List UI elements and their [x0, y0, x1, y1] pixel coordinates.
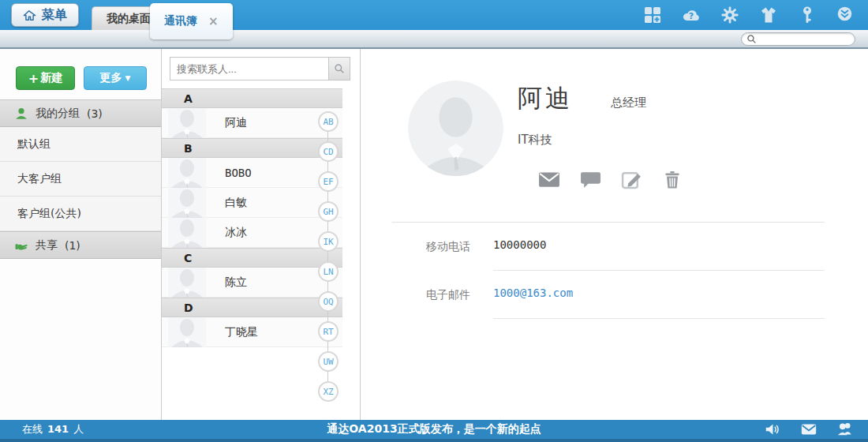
field-value[interactable]: 1000@163.com [493, 287, 825, 319]
alpha-index-UW[interactable]: UW [318, 351, 339, 372]
contact-row[interactable]: 白敏 [162, 188, 342, 218]
group-count: (3) [87, 107, 103, 120]
menu-button[interactable]: 菜单 [11, 3, 79, 27]
alpha-index-AB[interactable]: AB [318, 111, 339, 132]
group-label: 大客户组 [17, 172, 62, 186]
contact-row[interactable]: BOBO [162, 158, 342, 188]
global-search-box[interactable] [741, 32, 855, 46]
sidebar-group-header[interactable]: 我的分组(3) [0, 99, 161, 127]
theme-icon[interactable] [759, 6, 778, 24]
new-button-label: 新建 [40, 71, 62, 85]
alpha-index-LN[interactable]: LN [318, 261, 339, 282]
alpha-index-OQ[interactable]: OQ [318, 291, 339, 312]
new-contact-button[interactable]: + 新建 [16, 66, 75, 90]
contact-search-button[interactable] [328, 57, 350, 81]
chevron-down-icon: ▼ [125, 74, 131, 82]
contact-actions [538, 168, 683, 190]
avatar [408, 81, 503, 176]
sidebar-group-item[interactable]: 默认组 [0, 127, 161, 162]
alpha-index-IK[interactable]: IK [318, 231, 339, 252]
mail-action-button[interactable] [538, 168, 560, 190]
group-label: 我的分组 [36, 107, 80, 121]
contact-row[interactable]: 阿迪 [162, 108, 342, 138]
sidebar-group-header[interactable]: 共享(1) [0, 231, 161, 259]
more-button-label: 更多 [100, 71, 122, 85]
sidebar: + 新建 更多 ▼ 我的分组(3)默认组大客户组客户组(公共)共享(1) [0, 49, 162, 420]
contact-detail-panel: 阿迪 总经理 IT科技 移动电话10000000电子邮件1000@163.com [361, 49, 868, 420]
alphabet-index-rail: ABCDEFGHIKLNOQRTUWXZ [318, 111, 339, 402]
contact-rows: A阿迪BBOBO白敏冰冰C陈立D丁晓星 [162, 88, 342, 347]
field-label: 移动电话 [426, 238, 493, 271]
statusbar: 在线 141 人 通达OA2013正式版发布，是一个新的起点 [0, 420, 868, 442]
topbar-icons: ? [643, 6, 868, 24]
close-icon[interactable]: × [208, 14, 219, 28]
menu-label: 菜单 [42, 7, 67, 24]
search-icon [746, 34, 757, 44]
letter-header: D [162, 298, 342, 317]
settings-icon[interactable] [720, 6, 739, 24]
svg-text:?: ? [689, 11, 694, 21]
contact-avatar [168, 188, 206, 218]
sound-icon[interactable] [764, 421, 781, 438]
contact-search-row [162, 49, 360, 88]
alpha-index-GH[interactable]: GH [318, 201, 339, 222]
apps-icon[interactable] [643, 6, 662, 24]
person-icon [14, 107, 28, 121]
password-icon[interactable] [798, 6, 817, 24]
delete-action-button[interactable] [661, 168, 683, 190]
group-count: (1) [65, 239, 80, 252]
main-content: + 新建 更多 ▼ 我的分组(3)默认组大客户组客户组(公共)共享(1) A阿迪… [0, 49, 868, 420]
field-label: 电子邮件 [426, 287, 493, 319]
alpha-index-RT[interactable]: RT [318, 321, 339, 342]
contacts-icon[interactable] [836, 421, 854, 438]
global-search-input[interactable] [757, 34, 868, 44]
contact-row[interactable]: 丁晓星 [162, 317, 342, 347]
contact-avatar [168, 218, 206, 248]
announcement-text: 通达OA2013正式版发布，是一个新的起点 [0, 422, 868, 436]
detail-fields: 移动电话10000000电子邮件1000@163.com [392, 223, 825, 319]
sub-toolbar [0, 30, 868, 49]
letter-header: C [162, 248, 342, 268]
sidebar-group-item[interactable]: 客户组(公共) [0, 197, 161, 231]
detail-field: 移动电话10000000 [392, 223, 825, 271]
contact-name: 阿迪 [225, 116, 247, 130]
status-icons [764, 421, 868, 438]
contact-name: 陈立 [225, 275, 247, 290]
more-dropdown-button[interactable]: 更多 ▼ [84, 66, 147, 90]
message-action-button[interactable] [579, 168, 601, 190]
contact-row[interactable]: 冰冰 [162, 218, 342, 248]
alpha-index-EF[interactable]: EF [318, 171, 339, 192]
collapse-icon[interactable] [836, 6, 855, 24]
profile-info: 阿迪 总经理 IT科技 [503, 81, 683, 190]
mail-icon[interactable] [800, 421, 817, 438]
sidebar-group-item[interactable]: 大客户组 [0, 162, 161, 197]
contact-row[interactable]: 陈立 [162, 268, 342, 298]
plus-icon: + [28, 71, 39, 86]
contact-avatar [168, 317, 206, 347]
alpha-index-XZ[interactable]: XZ [318, 381, 339, 402]
contact-avatar [168, 268, 206, 298]
app-window: 菜单 我的桌面 通讯簿 × ? [0, 0, 868, 442]
contact-name: 丁晓星 [225, 325, 258, 339]
group-label: 默认组 [17, 137, 51, 152]
group-label: 共享 [36, 238, 58, 253]
tab-address-book[interactable]: 通讯簿 × [150, 3, 233, 39]
tab-label: 我的桌面 [107, 12, 151, 26]
tab-bar: 我的桌面 通讯簿 × [92, 0, 166, 30]
sidebar-group-list: 我的分组(3)默认组大客户组客户组(公共)共享(1) [0, 99, 161, 259]
contact-name: 白敏 [225, 196, 247, 210]
letter-header: B [162, 138, 342, 158]
help-icon[interactable]: ? [682, 6, 701, 24]
search-icon [334, 63, 345, 74]
tab-label: 通讯簿 [164, 14, 197, 28]
contact-detail-name: 阿迪 [518, 82, 573, 115]
share-icon [14, 238, 28, 253]
sidebar-buttons: + 新建 更多 ▼ [0, 49, 161, 99]
contact-avatar [168, 158, 206, 188]
detail-field: 电子邮件1000@163.com [392, 271, 825, 319]
contact-search-input[interactable] [170, 57, 328, 81]
alpha-index-CD[interactable]: CD [318, 141, 339, 162]
edit-action-button[interactable] [620, 168, 642, 190]
contact-detail-company: IT科技 [518, 133, 683, 148]
contact-name: 冰冰 [225, 226, 247, 240]
